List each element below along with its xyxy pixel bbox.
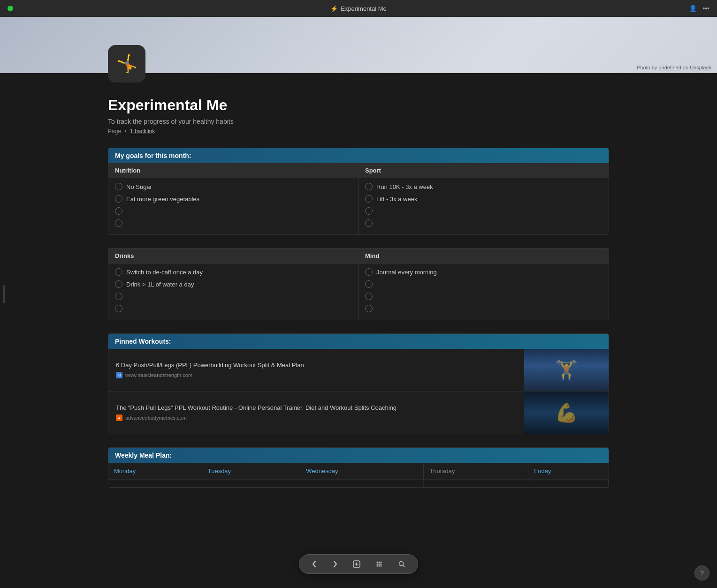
th-thursday: Thursday <box>424 463 528 480</box>
goal-text: Drink > 1L of water a day <box>126 281 351 288</box>
svg-point-6 <box>381 564 382 565</box>
pinned-workouts-section: Pinned Workouts: 6 Day Push/Pull/Legs (P… <box>108 333 609 434</box>
goal-checkbox[interactable] <box>115 293 122 300</box>
list-item <box>115 305 351 312</box>
traffic-lights <box>8 6 13 11</box>
meta-backlinks[interactable]: 1 backlink <box>130 128 155 135</box>
goal-text: Lift - 3x a week <box>376 196 602 203</box>
meta-type: Page <box>108 128 121 135</box>
list-item <box>365 293 602 300</box>
forward-button[interactable] <box>329 558 341 570</box>
page-meta: Page • 1 backlink <box>108 128 609 135</box>
app-icon: 🤸 <box>108 45 145 83</box>
list-item <box>365 305 602 312</box>
meta-separator: • <box>124 128 126 135</box>
titlebar-right: 👤 ••• <box>689 5 709 12</box>
list-item <box>365 280 602 288</box>
svg-point-2 <box>379 562 380 563</box>
goal-checkbox[interactable] <box>365 280 373 288</box>
goal-checkbox[interactable] <box>115 183 122 190</box>
workout-card-2[interactable]: The “Push Pull Legs” PPL Workout Routine… <box>108 392 609 434</box>
list-item <box>115 293 351 300</box>
goal-checkbox[interactable] <box>365 293 373 300</box>
goal-checkbox[interactable] <box>115 280 122 288</box>
goal-text: Run 10K - 3x a week <box>376 183 602 190</box>
mind-column: Mind Journal every morning <box>358 249 609 320</box>
back-button[interactable] <box>309 558 320 570</box>
goal-checkbox[interactable] <box>115 268 122 276</box>
meal-cell[interactable] <box>528 480 609 488</box>
help-button[interactable]: ? <box>694 565 709 580</box>
goal-text: Switch to de-caff once a day <box>126 269 351 276</box>
more-icon[interactable]: ••• <box>702 5 709 12</box>
nutrition-body: No Sugar Eat more green vegetables <box>108 178 358 234</box>
th-monday: Monday <box>108 463 202 480</box>
meal-cell[interactable] <box>202 480 300 488</box>
mind-header: Mind <box>358 249 609 264</box>
goal-checkbox[interactable] <box>115 219 122 227</box>
meal-cell[interactable] <box>108 480 202 488</box>
svg-point-7 <box>377 565 378 567</box>
nutrition-header: Nutrition <box>108 163 358 178</box>
titlebar-icon: ⚡ <box>330 5 338 12</box>
workout-card-1[interactable]: 6 Day Push/Pull/Legs (PPL) Powerbuilding… <box>108 349 609 392</box>
svg-point-1 <box>377 562 378 563</box>
svg-point-8 <box>379 565 380 567</box>
goal-text: Journal every morning <box>376 269 602 276</box>
grid-button[interactable] <box>373 558 386 570</box>
workout-info-1: 6 Day Push/Pull/Legs (PPL) Powerbuilding… <box>108 349 524 391</box>
drinks-column: Drinks Switch to de-caff once a day Drin… <box>108 249 358 320</box>
person-icon[interactable]: 👤 <box>689 5 697 12</box>
svg-point-4 <box>377 564 378 565</box>
goal-checkbox[interactable] <box>115 305 122 312</box>
goal-checkbox[interactable] <box>365 219 373 227</box>
th-wednesday: Wednesday <box>300 463 424 480</box>
table-row <box>108 480 609 488</box>
list-item <box>365 207 602 215</box>
list-item: Lift - 3x a week <box>365 195 602 203</box>
list-item <box>115 207 351 215</box>
goal-checkbox[interactable] <box>365 268 373 276</box>
unsplash-link[interactable]: Unsplash <box>690 65 711 70</box>
workout-image-1 <box>524 349 609 391</box>
titlebar: ⚡ Experimental Me 👤 ••• <box>0 0 717 17</box>
workout-favicon-2: A <box>116 415 122 421</box>
goal-checkbox[interactable] <box>365 195 373 203</box>
workout-title-2: The “Push Pull Legs” PPL Workout Routine… <box>116 404 517 412</box>
goal-checkbox[interactable] <box>115 207 122 215</box>
list-item: Journal every morning <box>365 268 602 276</box>
pinned-workouts-header: Pinned Workouts: <box>108 334 609 349</box>
goal-checkbox[interactable] <box>365 183 373 190</box>
goals-grid-2: Drinks Switch to de-caff once a day Drin… <box>108 249 609 320</box>
goal-checkbox[interactable] <box>365 207 373 215</box>
page-title: Experimental Me <box>108 97 609 114</box>
goals-section-1: My goals for this month: Nutrition No Su… <box>108 148 609 235</box>
search-button[interactable] <box>395 558 408 570</box>
meal-cell[interactable] <box>300 480 424 488</box>
titlebar-title: Experimental Me <box>341 5 387 12</box>
drinks-body: Switch to de-caff once a day Drink > 1L … <box>108 264 358 320</box>
goal-checkbox[interactable] <box>115 195 122 203</box>
list-item: Switch to de-caff once a day <box>115 268 351 276</box>
th-tuesday: Tuesday <box>202 463 300 480</box>
svg-point-5 <box>379 564 380 565</box>
hero-photo-credit: Photo by undefined on Unsplash <box>637 65 711 70</box>
list-item: Run 10K - 3x a week <box>365 183 602 190</box>
list-item: No Sugar <box>115 183 351 190</box>
meal-plan-header: Weekly Meal Plan: <box>108 448 609 463</box>
nutrition-column: Nutrition No Sugar Eat more green vegeta… <box>108 163 358 234</box>
workout-favicon-1: M <box>116 372 122 378</box>
add-button[interactable] <box>350 558 363 570</box>
photo-credit-link[interactable]: undefined <box>658 65 681 70</box>
main-content: Experimental Me To track the progress of… <box>0 97 717 488</box>
goal-checkbox[interactable] <box>365 305 373 312</box>
titlebar-center: ⚡ Experimental Me <box>330 5 387 12</box>
meal-cell[interactable] <box>424 480 528 488</box>
workout-info-2: The “Push Pull Legs” PPL Workout Routine… <box>108 392 524 434</box>
sport-column: Sport Run 10K - 3x a week Lift - 3x a we… <box>358 163 609 234</box>
goals-section-header: My goals for this month: <box>108 148 609 163</box>
list-item: Eat more green vegetables <box>115 195 351 203</box>
list-item <box>115 219 351 227</box>
meal-table-header-row: Monday Tuesday Wednesday Thursday Friday <box>108 463 609 480</box>
goal-text: Eat more green vegetables <box>126 196 351 203</box>
